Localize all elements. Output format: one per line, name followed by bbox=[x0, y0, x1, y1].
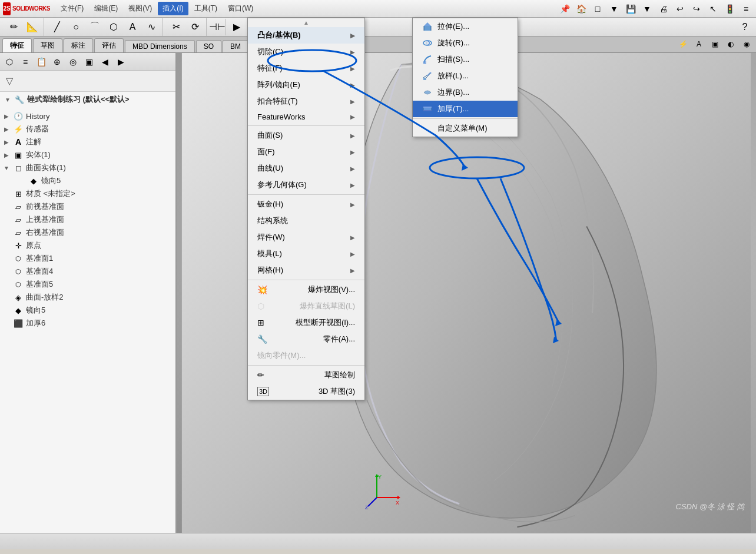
spline-btn[interactable]: ∿ bbox=[142, 18, 160, 36]
convert-btn[interactable]: ⟳ bbox=[186, 18, 204, 36]
view-tb-1[interactable]: ⚡ bbox=[676, 38, 690, 51]
tree-item-plane4[interactable]: ⬡ 基准面4 bbox=[0, 265, 175, 278]
view-tb-3[interactable]: ▣ bbox=[708, 38, 722, 51]
down2-icon[interactable]: ▼ bbox=[640, 2, 654, 16]
line-btn[interactable]: ╱ bbox=[48, 18, 66, 36]
tree-item-surf-loft2[interactable]: ◈ 曲面-放样2 bbox=[0, 291, 175, 304]
panel-btn-7[interactable]: ◀ bbox=[98, 55, 112, 69]
print-icon[interactable]: 🖨 bbox=[656, 2, 671, 16]
panel-btn-4[interactable]: ⊕ bbox=[50, 55, 64, 69]
menu-insert[interactable]: 插入(I) bbox=[158, 2, 188, 15]
sensors-toggle[interactable]: ▶ bbox=[2, 125, 11, 133]
submenu-sweep[interactable]: 扫描(S)... bbox=[413, 51, 518, 68]
tree-item-annotations[interactable]: ▶ A 注解 bbox=[0, 135, 175, 148]
tree-root[interactable]: ▼ 🔧 锉式犁绘制练习 (默认<<默认> bbox=[0, 92, 175, 107]
tree-item-material[interactable]: ⊞ 材质 <未指定> bbox=[0, 187, 175, 200]
submenu-extrude[interactable]: 拉伸(E)... bbox=[413, 18, 518, 35]
tree-item-solid[interactable]: ▶ ▣ 实体(1) bbox=[0, 148, 175, 161]
submenu-custom-menu[interactable]: 自定义菜单(M) bbox=[413, 120, 518, 137]
history-toggle[interactable]: ▶ bbox=[2, 112, 11, 120]
menu-cut[interactable]: 切除(C) ▶ bbox=[248, 44, 364, 60]
tab-bm[interactable]: BM bbox=[223, 40, 248, 52]
menu-ref-geom[interactable]: 参考几何体(G) ▶ bbox=[248, 177, 364, 193]
menu-edit[interactable]: 编辑(E) bbox=[89, 2, 122, 15]
tree-item-history[interactable]: ▶ 🕐 History bbox=[0, 110, 175, 122]
panel-btn-3[interactable]: 📋 bbox=[34, 55, 48, 69]
redo-icon[interactable]: ↪ bbox=[689, 2, 704, 16]
text-btn[interactable]: A bbox=[124, 18, 141, 36]
menu-mold[interactable]: 模具(L) ▶ bbox=[248, 246, 364, 262]
root-toggle[interactable]: ▼ bbox=[4, 95, 12, 104]
tree-item-origin[interactable]: ✛ 原点 bbox=[0, 239, 175, 252]
trim-btn[interactable]: ✂ bbox=[167, 18, 185, 36]
submenu-thicken[interactable]: 加厚(T)... bbox=[413, 101, 518, 117]
panel-resize-handle[interactable] bbox=[173, 53, 175, 533]
down-arrow-icon[interactable]: ▼ bbox=[607, 2, 621, 16]
cursor-icon[interactable]: ↖ bbox=[706, 2, 720, 16]
menu-structure[interactable]: 结构系统 bbox=[248, 213, 364, 229]
solid-toggle[interactable]: ▶ bbox=[2, 151, 11, 159]
tree-item-front-plane[interactable]: ▱ 前视基准面 bbox=[0, 200, 175, 213]
poly-btn[interactable]: ⬡ bbox=[105, 18, 122, 36]
menu-face[interactable]: 面(F) ▶ bbox=[248, 144, 364, 160]
tree-item-mirror5b[interactable]: ◆ 镜向5 bbox=[0, 304, 175, 317]
panel-btn-6[interactable]: ▣ bbox=[82, 55, 96, 69]
menu-break-view[interactable]: ⊞ 模型断开视图(I)... bbox=[248, 314, 364, 331]
panel-btn-1[interactable]: ⬡ bbox=[2, 55, 16, 69]
menu-weldments[interactable]: 焊件(W) ▶ bbox=[248, 229, 364, 246]
tab-so[interactable]: SO bbox=[196, 40, 221, 52]
tree-item-right-plane[interactable]: ▱ 右视基准面 bbox=[0, 226, 175, 239]
tree-item-surface[interactable]: ▼ ◻ 曲面实体(1) bbox=[0, 161, 175, 174]
menu-curve[interactable]: 曲线(U) ▶ bbox=[248, 160, 364, 177]
annotations-toggle[interactable]: ▶ bbox=[2, 138, 11, 146]
circle-btn[interactable]: ○ bbox=[67, 18, 85, 36]
sketch-btn[interactable]: ✏ bbox=[5, 18, 22, 36]
menu-sheet-metal[interactable]: 钣金(H) ▶ bbox=[248, 196, 364, 213]
expand-btn[interactable]: ▶ bbox=[228, 18, 246, 36]
menu-sketch3d[interactable]: 3D 3D 草图(3) bbox=[248, 383, 364, 400]
save-icon[interactable]: 💾 bbox=[624, 2, 638, 16]
help-btn[interactable]: ? bbox=[736, 18, 754, 36]
tab-markup[interactable]: 标注 bbox=[64, 38, 93, 52]
menu-part[interactable]: 🔧 零件(A)... bbox=[248, 331, 364, 347]
submenu-boundary[interactable]: 边界(B)... bbox=[413, 84, 518, 101]
panel-btn-8[interactable]: ▶ bbox=[114, 55, 128, 69]
tab-evaluate[interactable]: 评估 bbox=[94, 38, 124, 52]
tab-sketch[interactable]: 草图 bbox=[33, 38, 62, 52]
more-icon[interactable]: ≡ bbox=[739, 2, 753, 16]
surface-toggle[interactable]: ▼ bbox=[2, 164, 11, 172]
view-tb-5[interactable]: ◉ bbox=[740, 38, 754, 51]
tab-features[interactable]: 特征 bbox=[2, 38, 32, 52]
menu-window[interactable]: 窗口(W) bbox=[223, 2, 258, 15]
home-icon[interactable]: 🏠 bbox=[574, 2, 588, 16]
menu-view[interactable]: 视图(V) bbox=[124, 2, 157, 15]
view-tb-4[interactable]: ◐ bbox=[724, 38, 738, 51]
menu-mesh[interactable]: 网格(H) ▶ bbox=[248, 262, 364, 278]
arc-btn[interactable]: ⌒ bbox=[86, 18, 104, 36]
tree-item-thicken6[interactable]: ⬛ 加厚6 bbox=[0, 317, 175, 330]
smart-dim-btn[interactable]: 📐 bbox=[24, 18, 41, 36]
mirror-sketch-btn[interactable]: ⊣⊢ bbox=[208, 18, 226, 36]
cube-icon[interactable]: □ bbox=[591, 2, 605, 16]
tree-item-plane5[interactable]: ⬡ 基准面5 bbox=[0, 278, 175, 291]
menu-featureworks[interactable]: FeatureWorks ▶ bbox=[248, 110, 364, 124]
pin-icon[interactable]: 📌 bbox=[558, 2, 572, 16]
menu-feature[interactable]: 特征(F) ▶ bbox=[248, 60, 364, 77]
tree-item-plane1[interactable]: ⬡ 基准面1 bbox=[0, 252, 175, 265]
traffic-icon[interactable]: 🚦 bbox=[722, 2, 737, 16]
menu-surface[interactable]: 曲面(S) ▶ bbox=[248, 127, 364, 144]
menu-sketch[interactable]: ✏ 草图绘制 bbox=[248, 367, 364, 383]
menu-file[interactable]: 文件(F) bbox=[56, 2, 88, 15]
view-tb-2[interactable]: A bbox=[692, 38, 706, 51]
submenu-revolve[interactable]: 旋转(R)... bbox=[413, 35, 518, 51]
tree-item-mirror5-child[interactable]: ◆ 镜向5 bbox=[0, 174, 175, 187]
menu-boss-base[interactable]: 凸台/基体(B) ▶ bbox=[248, 27, 364, 44]
submenu-loft[interactable]: 放样(L)... bbox=[413, 68, 518, 84]
panel-btn-5[interactable]: ◎ bbox=[66, 55, 80, 69]
menu-fastening[interactable]: 扣合特征(T) ▶ bbox=[248, 93, 364, 110]
tree-item-top-plane[interactable]: ▱ 上视基准面 bbox=[0, 213, 175, 226]
undo-icon[interactable]: ↩ bbox=[673, 2, 687, 16]
tab-mbd[interactable]: MBD Dimensions bbox=[125, 40, 195, 52]
panel-btn-2[interactable]: ≡ bbox=[18, 55, 32, 69]
menu-pattern[interactable]: 阵列/镜向(E) ▶ bbox=[248, 77, 364, 93]
